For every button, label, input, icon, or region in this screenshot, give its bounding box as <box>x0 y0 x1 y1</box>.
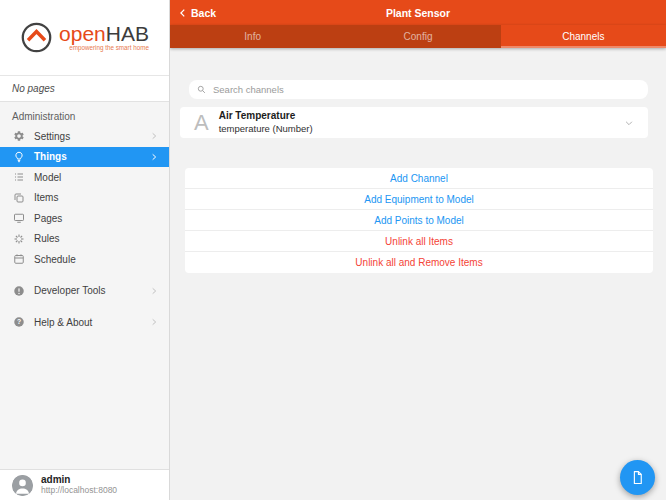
sidebar-item-settings[interactable]: Settings <box>0 126 169 147</box>
add-equipment-to-model-button[interactable]: Add Equipment to Model <box>185 189 653 210</box>
sidebar: openHAB empowering the smart home No pag… <box>0 0 170 500</box>
copy-icon <box>12 191 25 204</box>
gear-icon <box>12 130 25 143</box>
page-title: Plant Sensor <box>170 7 666 19</box>
brand-hab: HAB <box>106 22 149 45</box>
document-icon <box>630 470 645 485</box>
sidebar-item-developer-tools[interactable]: Developer Tools <box>0 281 169 302</box>
exclamation-circle-icon <box>12 284 25 297</box>
openhab-logo-icon <box>20 21 53 54</box>
administration-section-label: Administration <box>12 111 157 122</box>
channel-type-badge: A <box>194 112 209 134</box>
add-channel-button[interactable]: Add Channel <box>185 168 653 189</box>
brand-text: openHAB empowering the smart home <box>59 23 149 51</box>
calendar-icon <box>12 253 25 266</box>
main-panel: Back Plant Sensor Info Config Channels A… <box>170 0 666 500</box>
sidebar-item-label: Things <box>34 151 150 162</box>
sidebar-item-items[interactable]: Items <box>0 188 169 209</box>
sidebar-item-model[interactable]: Model <box>0 167 169 188</box>
back-label: Back <box>191 7 216 19</box>
server-url: http://localhost:8080 <box>41 486 117 496</box>
sidebar-item-rules[interactable]: Rules <box>0 229 169 250</box>
back-button[interactable]: Back <box>178 7 216 19</box>
svg-text:?: ? <box>16 319 20 326</box>
tab-info[interactable]: Info <box>170 25 335 48</box>
chevron-right-icon <box>150 152 159 161</box>
sidebar-item-label: Items <box>34 192 159 203</box>
brand-open: open <box>59 22 106 45</box>
sidebar-item-label: Rules <box>34 233 159 244</box>
sidebar-item-label: Help & About <box>34 317 150 328</box>
sidebar-menu: Settings Things Model Items <box>0 126 169 333</box>
channel-subtitle: temperature (Number) <box>219 123 313 135</box>
unlink-all-items-button[interactable]: Unlink all Items <box>185 231 653 252</box>
no-pages-label: No pages <box>0 76 169 102</box>
tab-bar: Info Config Channels <box>170 25 666 48</box>
monitor-icon <box>12 212 25 225</box>
search-input[interactable] <box>211 83 648 96</box>
question-circle-icon: ? <box>12 316 25 329</box>
sidebar-item-schedule[interactable]: Schedule <box>0 249 169 270</box>
sidebar-item-help-about[interactable]: ? Help & About <box>0 312 169 333</box>
search-bar <box>189 80 648 99</box>
lightbulb-icon <box>12 150 25 163</box>
chevron-right-icon <box>150 286 159 295</box>
openhab-logo: openHAB empowering the smart home <box>0 0 169 76</box>
navbar: Back Plant Sensor <box>170 0 666 25</box>
sparkle-icon <box>12 232 25 245</box>
tab-config[interactable]: Config <box>335 25 500 48</box>
sidebar-item-label: Pages <box>34 213 159 224</box>
sidebar-item-things[interactable]: Things <box>0 147 169 168</box>
search-icon <box>197 85 206 94</box>
tab-channels[interactable]: Channels <box>501 25 666 48</box>
channel-row-air-temperature[interactable]: A Air Temperature temperature (Number) <box>180 107 648 138</box>
chevron-right-icon <box>150 318 159 327</box>
channel-title: Air Temperature <box>219 110 313 123</box>
actions-list: Add Channel Add Equipment to Model Add P… <box>185 168 653 273</box>
add-points-to-model-button[interactable]: Add Points to Model <box>185 210 653 231</box>
avatar <box>12 475 33 496</box>
sidebar-item-pages[interactable]: Pages <box>0 208 169 229</box>
unlink-all-and-remove-items-button[interactable]: Unlink all and Remove Items <box>185 252 653 273</box>
sidebar-item-label: Settings <box>34 131 150 142</box>
sidebar-item-label: Model <box>34 172 159 183</box>
chevron-right-icon <box>150 132 159 141</box>
user-account[interactable]: admin http://localhost:8080 <box>0 469 169 500</box>
chevron-down-icon <box>624 118 634 128</box>
brand-tagline: empowering the smart home <box>59 45 149 51</box>
sidebar-item-label: Schedule <box>34 254 159 265</box>
chevron-left-icon <box>178 8 188 18</box>
code-view-fab-button[interactable] <box>620 460 655 495</box>
model-list-icon <box>12 171 25 184</box>
sidebar-item-label: Developer Tools <box>34 285 150 296</box>
